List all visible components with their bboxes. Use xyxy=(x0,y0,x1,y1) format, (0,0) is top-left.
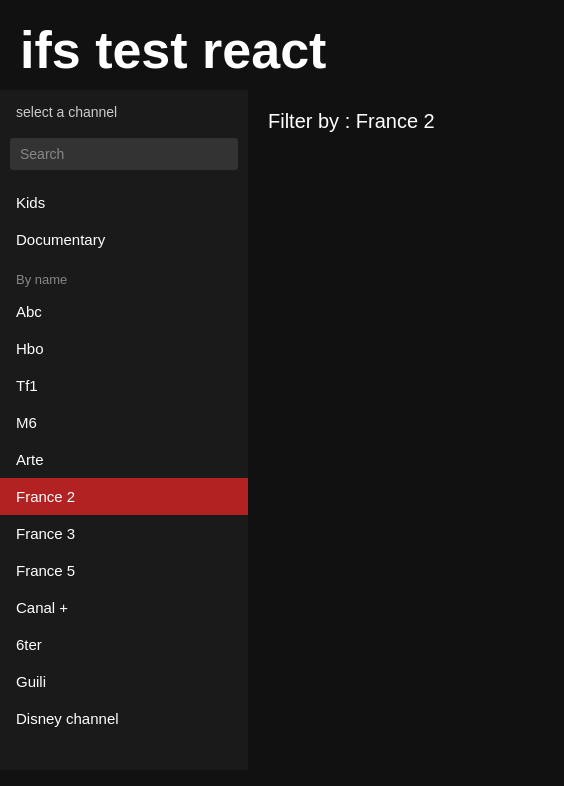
channel-item-hbo[interactable]: Hbo xyxy=(0,330,248,367)
filter-display: Filter by : France 2 xyxy=(248,90,564,153)
channel-item-france-2[interactable]: France 2 xyxy=(0,478,248,515)
search-input[interactable] xyxy=(10,138,238,170)
sidebar: select a channel Kids Documentary By nam… xyxy=(0,90,248,770)
channel-item-tf1[interactable]: Tf1 xyxy=(0,367,248,404)
section-label-by-name: By name xyxy=(0,262,248,293)
channel-item-france-5[interactable]: France 5 xyxy=(0,552,248,589)
category-item-documentary[interactable]: Documentary xyxy=(0,221,248,258)
category-item-kids[interactable]: Kids xyxy=(0,184,248,221)
channel-item-france-3[interactable]: France 3 xyxy=(0,515,248,552)
channel-item-arte[interactable]: Arte xyxy=(0,441,248,478)
sidebar-header: select a channel xyxy=(0,90,248,130)
channel-item-canal-+[interactable]: Canal + xyxy=(0,589,248,626)
channel-item-abc[interactable]: Abc xyxy=(0,293,248,330)
channel-item-6ter[interactable]: 6ter xyxy=(0,626,248,663)
channel-item-m6[interactable]: M6 xyxy=(0,404,248,441)
channel-list: AbcHboTf1M6ArteFrance 2France 3France 5C… xyxy=(0,293,248,737)
channel-item-guili[interactable]: Guili xyxy=(0,663,248,700)
app-title: ifs test react xyxy=(0,0,564,90)
channel-item-disney-channel[interactable]: Disney channel xyxy=(0,700,248,737)
